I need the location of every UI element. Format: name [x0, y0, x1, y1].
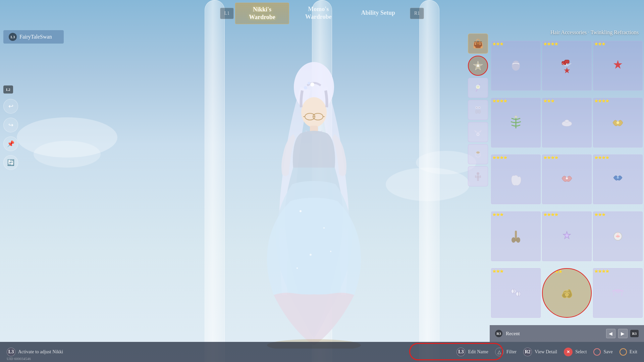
item-2-1[interactable]: ⭐⭐⭐⭐: [491, 98, 541, 147]
item-1-2[interactable]: ⭐⭐⭐⭐: [542, 41, 592, 90]
controller-r1: R1: [410, 8, 424, 19]
category-necklace[interactable]: [468, 122, 488, 142]
pin-button[interactable]: 📌: [3, 136, 18, 151]
redo-button[interactable]: ↪: [3, 118, 18, 132]
filter-action[interactable]: △ Filter: [495, 348, 517, 356]
item-2-2-stars: ⭐⭐⭐: [543, 99, 554, 103]
item-3-2-stars: ⭐⭐⭐⭐: [543, 156, 558, 159]
item-4-1-stars: ⭐⭐⭐: [492, 213, 503, 216]
item-1-1[interactable]: ⭐⭐⭐: [491, 41, 541, 90]
item-3-1-stars: ⭐⭐⭐⭐: [492, 156, 507, 159]
item-1-3[interactable]: ⭐⭐⭐: [593, 41, 643, 90]
exit-action[interactable]: Exit: [620, 348, 637, 356]
item-1-3-icon: [609, 57, 626, 74]
rotate-button[interactable]: 🔄: [3, 155, 18, 170]
svg-point-10: [330, 251, 331, 252]
svg-point-29: [476, 152, 480, 154]
save-controller: [593, 348, 601, 356]
item-5-1[interactable]: ⭐⭐⭐: [491, 268, 541, 318]
recent-prev-btn[interactable]: ◀: [606, 329, 615, 338]
controller-l2-badge: L2: [3, 85, 13, 94]
category-header: Hair Accessories · Twinkling Refractions: [490, 27, 644, 38]
controller-l2-area: L2: [3, 85, 13, 94]
item-4-3[interactable]: ⭐⭐⭐: [593, 212, 643, 261]
recent-bar: R3 Recent ◀ ▶ R3: [490, 325, 644, 342]
hair-star-icon: [472, 60, 484, 72]
hair-pin-icon: [473, 83, 483, 93]
view-detail-label: View Detail: [535, 349, 557, 355]
item-1-2-stars: ⭐⭐⭐⭐: [543, 42, 558, 46]
item-2-3[interactable]: ⭐⭐⭐⭐: [593, 98, 643, 147]
character-display: [233, 60, 394, 349]
recent-label: Recent: [506, 331, 520, 337]
svg-point-53: [617, 233, 619, 235]
svg-point-7: [323, 227, 325, 229]
item-2-2[interactable]: ⭐⭐⭐: [542, 98, 592, 147]
item-2-2-icon: [558, 114, 575, 131]
select-action[interactable]: ✕ Select: [564, 348, 587, 356]
items-grid: ⭐⭐⭐ ⭐⭐⭐⭐ ⭐⭐⭐ ⭐⭐⭐⭐: [490, 40, 644, 325]
item-4-2-icon: [558, 228, 575, 245]
select-label: Select: [575, 349, 587, 355]
edit-name-label: Edit Name: [468, 349, 488, 355]
tab-ability-setup[interactable]: Ability Setup: [348, 6, 409, 20]
category-ring[interactable]: [468, 144, 488, 164]
item-3-3-icon: [609, 171, 626, 188]
item-3-2[interactable]: ⭐⭐⭐⭐: [542, 155, 592, 204]
item-2-3-stars: ⭐⭐⭐⭐: [594, 99, 609, 103]
item-3-3[interactable]: ⭐⭐⭐⭐: [593, 155, 643, 204]
category-hair-pin[interactable]: [468, 78, 488, 98]
item-5-2[interactable]: ⭐⭐⭐⭐⭐: [542, 268, 592, 318]
category-hair-accessory[interactable]: [468, 56, 488, 76]
category-earrings[interactable]: [468, 100, 488, 120]
svg-point-3: [308, 82, 310, 84]
svg-point-4: [310, 82, 314, 86]
category-mannequin[interactable]: [468, 166, 488, 186]
item-1-3-stars: ⭐⭐⭐: [594, 42, 605, 46]
svg-point-18: [477, 64, 479, 67]
item-5-3[interactable]: ⭐⭐⭐⭐: [593, 268, 643, 318]
filter-controller: △: [495, 348, 504, 356]
svg-point-25: [477, 133, 479, 136]
controller-l3-activate: L3: [7, 348, 15, 356]
svg-rect-35: [478, 179, 479, 181]
svg-point-8: [310, 254, 312, 256]
controller-l1: L1: [220, 8, 234, 19]
svg-point-1: [301, 97, 327, 127]
exit-label: Exit: [630, 349, 637, 355]
svg-point-48: [512, 237, 516, 243]
view-detail-action[interactable]: R2 View Detail: [523, 348, 557, 356]
svg-marker-39: [564, 67, 570, 73]
svg-point-9: [297, 267, 298, 269]
save-action[interactable]: Save: [593, 348, 612, 356]
left-action-buttons: ↩ ↪ 📌 🔄: [3, 99, 18, 170]
svg-marker-40: [613, 60, 622, 69]
activate-hint: L3 Activate to adjust Nikki: [7, 348, 63, 356]
svg-point-27: [480, 131, 481, 132]
recent-next-btn[interactable]: ▶: [618, 329, 628, 338]
undo-button[interactable]: ↩: [3, 99, 18, 114]
svg-point-6: [300, 210, 302, 212]
edit-name-action[interactable]: L3 Edit Name: [457, 348, 488, 356]
svg-point-2: [304, 86, 307, 89]
item-3-3-stars: ⭐⭐⭐⭐: [594, 156, 609, 159]
svg-point-42: [515, 116, 517, 118]
item-4-2[interactable]: ⭐⭐⭐⭐: [542, 212, 592, 261]
item-1-1-icon: [507, 57, 524, 74]
category-bag[interactable]: 👜: [468, 34, 488, 54]
item-3-2-icon: [558, 171, 575, 188]
save-label: Save: [603, 349, 612, 355]
tab-nikkis-wardrobe[interactable]: Nikki's Wardrobe: [235, 3, 289, 24]
svg-point-57: [615, 290, 621, 293]
select-controller: ✕: [564, 348, 573, 356]
item-5-3-stars: ⭐⭐⭐⭐: [594, 269, 609, 273]
item-3-1[interactable]: ⭐⭐⭐⭐: [491, 155, 541, 204]
tab-momos-wardrobe[interactable]: Momo's Wardrobe: [292, 3, 345, 24]
item-4-3-stars: ⭐⭐⭐: [594, 213, 605, 216]
item-2-3-icon: [609, 114, 626, 131]
svg-rect-33: [480, 175, 481, 178]
mannequin-icon: [473, 171, 483, 181]
item-4-1[interactable]: ⭐⭐⭐: [491, 212, 541, 261]
svg-rect-38: [565, 60, 569, 63]
edit-name-controller: L3: [457, 348, 465, 356]
